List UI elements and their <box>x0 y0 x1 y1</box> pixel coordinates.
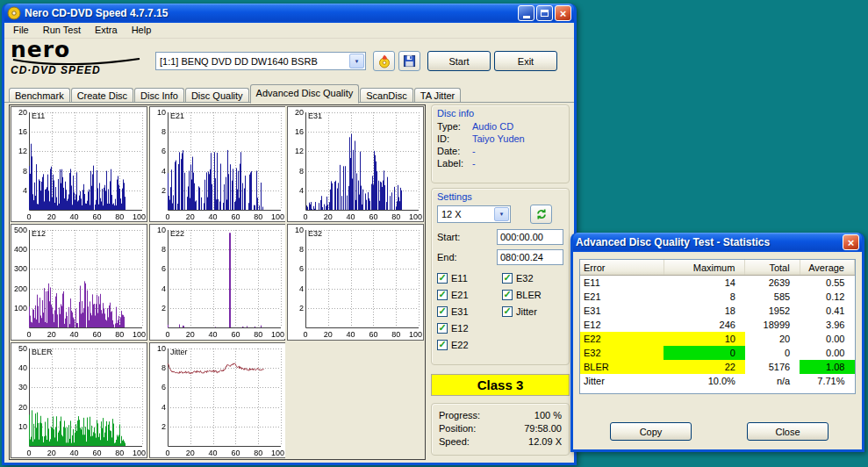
stats-row-e21[interactable]: E2185850.12 <box>580 290 855 304</box>
checkbox-bler[interactable]: ✓BLER <box>502 289 542 300</box>
tab-create-disc[interactable]: Create Disc <box>71 88 133 103</box>
chart-canvas-e21 <box>150 107 285 221</box>
tab-disc-quality[interactable]: Disc Quality <box>185 88 249 103</box>
disc-info-title: Disc info <box>437 108 563 119</box>
checkbox-e31[interactable]: ✓E31 <box>437 305 502 317</box>
progress-value: 100 % <box>534 409 562 422</box>
tab-ta-jitter[interactable]: TA Jitter <box>414 88 462 103</box>
exit-button[interactable]: Exit <box>494 51 557 71</box>
stats-col-total[interactable]: Total <box>745 260 800 276</box>
stats-row-e12[interactable]: E12246189993.96 <box>580 318 855 332</box>
chart-panel-bler <box>11 342 147 458</box>
statistics-window: Advanced Disc Quality Test - Statistics … <box>570 233 864 452</box>
chart-canvas-e12 <box>11 225 147 339</box>
stats-close-action-button[interactable]: Close <box>747 422 829 441</box>
main-titlebar[interactable]: Nero CD-DVD Speed 4.7.7.15 × <box>4 4 574 23</box>
chart-panel-e22 <box>149 224 286 340</box>
start-time-input[interactable] <box>497 229 563 245</box>
toolbar: nero CD·DVD SPEED [1:1] BENQ DVD DD DW16… <box>4 39 574 84</box>
stats-row-bler[interactable]: BLER2251761.08 <box>580 360 855 374</box>
checkbox-jitter[interactable]: ✓Jitter <box>502 305 542 317</box>
settings-title: Settings <box>437 191 563 202</box>
refresh-icon <box>535 208 548 220</box>
stats-row-e11[interactable]: E111426390.55 <box>580 276 855 291</box>
checkmark-icon: ✓ <box>437 323 448 334</box>
checkbox-label: E21 <box>451 290 469 300</box>
disc-info-panel: Disc info Type:Audio CD ID:Taiyo Yuden D… <box>431 104 570 183</box>
stats-cell: 1.08 <box>800 360 854 374</box>
start-button[interactable]: Start <box>427 51 491 71</box>
checkmark-icon: ✓ <box>437 306 448 317</box>
stats-cell: 7.71% <box>800 374 854 388</box>
stats-row-e31[interactable]: E311819520.41 <box>580 304 855 318</box>
chevron-down-icon[interactable]: ▼ <box>494 207 509 221</box>
chart-panel-e11 <box>11 106 147 222</box>
chevron-down-icon[interactable]: ▼ <box>349 54 364 68</box>
charts-grid <box>9 104 426 460</box>
checkbox-label: BLER <box>516 290 542 300</box>
menu-help[interactable]: Help <box>125 23 159 38</box>
disc-type-value: Audio CD <box>472 120 513 133</box>
tab-scandisc[interactable]: ScanDisc <box>360 88 412 103</box>
stats-col-maximum[interactable]: Maximum <box>664 260 744 276</box>
stats-close-button[interactable]: × <box>843 234 859 250</box>
checkmark-icon: ✓ <box>437 290 448 300</box>
save-button[interactable] <box>398 51 420 71</box>
stats-row-e22[interactable]: E2210200.00 <box>580 332 855 346</box>
minimize-button[interactable] <box>518 5 534 21</box>
refresh-button[interactable] <box>530 205 552 224</box>
charts-empty-cell <box>287 342 424 458</box>
stats-row-e32[interactable]: E32000.00 <box>580 346 855 360</box>
checkbox-e32[interactable]: ✓E32 <box>502 272 542 284</box>
stats-cell: 0.12 <box>800 290 854 304</box>
checkmark-icon: ✓ <box>502 306 513 317</box>
checkbox-e22[interactable]: ✓E22 <box>437 339 502 350</box>
window-title: Nero CD-DVD Speed 4.7.7.15 <box>25 7 514 19</box>
menubar: File Run Test Extra Help <box>4 23 574 39</box>
end-time-input[interactable] <box>497 249 563 265</box>
end-time-label: End: <box>437 252 457 262</box>
tab-bar: Benchmark Create Disc Disc Info Disc Qua… <box>4 84 574 103</box>
stats-row-jitter[interactable]: Jitter10.0%n/a7.71% <box>580 374 855 388</box>
stats-cell: E31 <box>580 304 664 318</box>
cddvd-speed-logo-text: CD·DVD SPEED <box>11 64 151 76</box>
maximize-button[interactable] <box>536 5 553 21</box>
drive-select[interactable]: [1:1] BENQ DVD DD DW1640 BSRB ▼ <box>155 52 366 70</box>
checkmark-icon: ✓ <box>437 340 448 350</box>
copy-button[interactable]: Copy <box>610 422 692 441</box>
stats-cell: E12 <box>580 318 664 332</box>
checkbox-e11[interactable]: ✓E11 <box>437 272 502 284</box>
stats-cell: 2639 <box>745 276 800 291</box>
chart-canvas-bler <box>11 343 147 457</box>
menu-run-test[interactable]: Run Test <box>36 23 88 38</box>
speed-select[interactable]: 12 X ▼ <box>437 205 511 223</box>
checkbox-e21[interactable]: ✓E21 <box>437 289 502 300</box>
tab-advanced-disc-quality[interactable]: Advanced Disc Quality <box>250 84 360 104</box>
tab-benchmark[interactable]: Benchmark <box>9 88 70 103</box>
stats-titlebar[interactable]: Advanced Disc Quality Test - Statistics … <box>573 233 862 252</box>
stats-cell: 0 <box>745 346 800 360</box>
chart-panel-e12 <box>11 224 147 340</box>
chart-canvas-e22 <box>150 225 285 339</box>
stats-cell: 18999 <box>745 318 800 332</box>
stats-col-average[interactable]: Average <box>800 260 854 276</box>
menu-extra[interactable]: Extra <box>88 23 125 38</box>
menu-file[interactable]: File <box>6 23 36 38</box>
stats-cell: 1952 <box>745 304 800 318</box>
stats-cell: E32 <box>580 346 664 360</box>
stats-cell: 10 <box>664 332 744 346</box>
stats-cell: 585 <box>745 290 800 304</box>
stats-cell: E11 <box>580 276 664 291</box>
checkbox-label: E22 <box>451 340 469 350</box>
app-icon <box>7 6 21 20</box>
tab-disc-info[interactable]: Disc Info <box>134 88 184 103</box>
stats-col-error[interactable]: Error <box>580 260 664 276</box>
drive-select-value: [1:1] BENQ DVD DD DW1640 BSRB <box>160 56 318 67</box>
stats-cell: 0.00 <box>800 346 854 360</box>
close-button[interactable]: × <box>555 5 571 21</box>
checkbox-e12[interactable]: ✓E12 <box>437 322 502 334</box>
stats-table: ErrorMaximumTotalAverageE111426390.55E21… <box>580 260 855 388</box>
checkbox-label: E11 <box>451 273 468 284</box>
disc-date-label: Date: <box>437 145 472 157</box>
burn-options-button[interactable] <box>373 51 395 71</box>
